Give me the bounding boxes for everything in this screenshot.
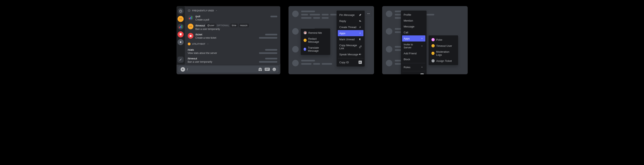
command-stats[interactable]: /stats View stats about the server <box>185 47 280 56</box>
menu-copy-link[interactable]: Copy Message Link <box>338 42 364 51</box>
command-name: /timeout <box>196 24 205 27</box>
server-bar <box>176 6 185 65</box>
section-label: UtilityBot <box>192 43 206 45</box>
app-icon: T <box>304 48 306 51</box>
command-name: /timeout <box>188 57 197 60</box>
menu-create-thread[interactable]: Create Thread # <box>338 24 364 30</box>
chevron-down-icon <box>216 10 218 12</box>
submenu-timeout-user[interactable]: 😐 Timeout User <box>430 43 457 49</box>
unread-icon <box>358 38 362 41</box>
menu-speak[interactable]: Speak Message <box>338 51 364 57</box>
menu-mention[interactable]: Mention <box>402 18 425 24</box>
server-avatar-4[interactable] <box>178 39 184 45</box>
pin-icon <box>358 13 362 16</box>
submenu-moderation-logs[interactable]: 😐 Moderation Logs <box>430 49 457 58</box>
section-frequently-used[interactable]: Frequently Used <box>185 8 280 14</box>
placeholder-pill <box>259 37 277 39</box>
gif-icon[interactable]: GIF <box>265 68 270 71</box>
svg-rect-9 <box>190 35 192 37</box>
chevron-right-icon <box>358 32 362 35</box>
command-timeout-2[interactable]: /timeout Ban a user temporarily <box>185 56 280 64</box>
menu-separator <box>402 71 425 71</box>
submenu-remind-me[interactable]: ⏰ Remind Me <box>302 30 329 36</box>
menu-label: Block <box>404 58 410 61</box>
command-desc: View stats about the server <box>188 52 257 54</box>
submenu-label: Remind Me <box>308 31 322 34</box>
svg-point-12 <box>274 69 275 70</box>
command-desc: Ban a user temporarily <box>188 60 257 63</box>
menu-add-friend[interactable]: Add Friend <box>402 50 425 56</box>
menu-block[interactable]: Block <box>402 56 425 62</box>
menu-label: Message <box>404 25 414 28</box>
reply-icon <box>358 19 362 22</box>
chevron-right-icon <box>420 66 424 69</box>
server-avatar-1[interactable] <box>178 16 184 22</box>
menu-separator <box>338 58 364 58</box>
menu-pin[interactable]: Pin Message <box>338 12 364 18</box>
apps-submenu: P Poke 😐 Timeout User 😐 Moderation Logs … <box>428 36 458 65</box>
placeholder-pill <box>265 58 277 60</box>
menu-apps[interactable]: Apps <box>402 36 425 42</box>
menu-label: Copy ID <box>340 61 349 64</box>
menu-label: Copy ID <box>404 74 413 74</box>
message-input[interactable]: / <box>187 68 256 71</box>
command-desc: Create a poll <box>196 18 268 21</box>
command-name: /stats <box>188 48 194 51</box>
id-icon: ID <box>420 74 424 74</box>
attach-button[interactable]: + <box>180 67 185 72</box>
chevron-right-icon <box>420 37 424 40</box>
edit-icon[interactable] <box>178 56 184 63</box>
menu-mark-unread[interactable]: Mark Unread <box>338 36 364 42</box>
chevron-down-icon <box>207 43 209 45</box>
menu-copy-id[interactable]: Copy ID ID <box>338 59 364 65</box>
placeholder-pill <box>270 16 277 17</box>
menu-label: Roles <box>404 66 410 69</box>
command-desc: Create a new ticket <box>196 36 257 39</box>
svg-point-11 <box>273 69 274 70</box>
server-avatar-3[interactable] <box>178 31 184 38</box>
menu-invite[interactable]: Invite to Server <box>402 42 425 50</box>
chevron-right-icon <box>420 44 424 48</box>
submenu-poke[interactable]: P Poke <box>430 36 457 43</box>
submenu-label: Translate Message <box>308 46 327 52</box>
menu-call[interactable]: Call <box>402 30 425 36</box>
server-avatar-2[interactable] <box>178 24 184 30</box>
submenu-label: Assign Ticket <box>436 60 452 62</box>
menu-label: Copy Message Link <box>340 44 359 50</box>
menu-message[interactable]: Message <box>402 24 425 30</box>
menu-label: Call <box>404 31 408 34</box>
svg-point-16 <box>369 14 370 14</box>
submenu-assign-ticket[interactable]: 🎟 Assign Ticket <box>430 58 457 64</box>
app-icon: P <box>432 38 435 41</box>
thread-icon: # <box>358 26 362 29</box>
svg-point-8 <box>191 26 192 27</box>
link-icon <box>359 45 362 48</box>
gift-icon[interactable] <box>258 67 262 72</box>
section-utilitybot[interactable]: UtilityBot <box>185 42 280 47</box>
command-timeout[interactable]: /timeout @user OPTIONAL time reason Ban … <box>185 22 280 32</box>
emoji-icon[interactable] <box>272 67 276 72</box>
svg-point-10 <box>272 68 276 71</box>
command-ticket[interactable]: /ticket Create a new ticket <box>185 32 280 40</box>
recent-icon[interactable] <box>178 8 184 14</box>
submenu-label: Redact Message <box>308 37 328 43</box>
menu-roles[interactable]: Roles <box>402 64 425 70</box>
menu-copy-id[interactable]: Copy ID ID <box>402 72 425 74</box>
user-context-panel: Profile Mention Message Call Apps Invite… <box>382 6 468 74</box>
submenu-redact[interactable]: 😐 Redact Message <box>302 36 329 45</box>
menu-apps[interactable]: Apps <box>338 30 364 36</box>
more-icon[interactable] <box>366 11 371 16</box>
menu-label: Add Friend <box>404 52 417 55</box>
apps-submenu: ⏰ Remind Me 😐 Redact Message T Translate… <box>301 28 330 55</box>
submenu-label: Timeout User <box>436 44 452 48</box>
param-time: time <box>230 24 238 27</box>
menu-label: Reply <box>340 20 346 22</box>
menu-profile[interactable]: Profile <box>402 12 425 18</box>
message-input-bar: + / GIF <box>178 66 279 73</box>
svg-point-15 <box>368 14 369 14</box>
menu-label: Create Thread <box>340 26 356 29</box>
command-poll[interactable]: /poll Create a poll <box>185 14 280 22</box>
menu-reply[interactable]: Reply <box>338 18 364 24</box>
submenu-translate[interactable]: T Translate Message <box>302 45 329 54</box>
menu-label: Mark Unread <box>340 38 355 41</box>
